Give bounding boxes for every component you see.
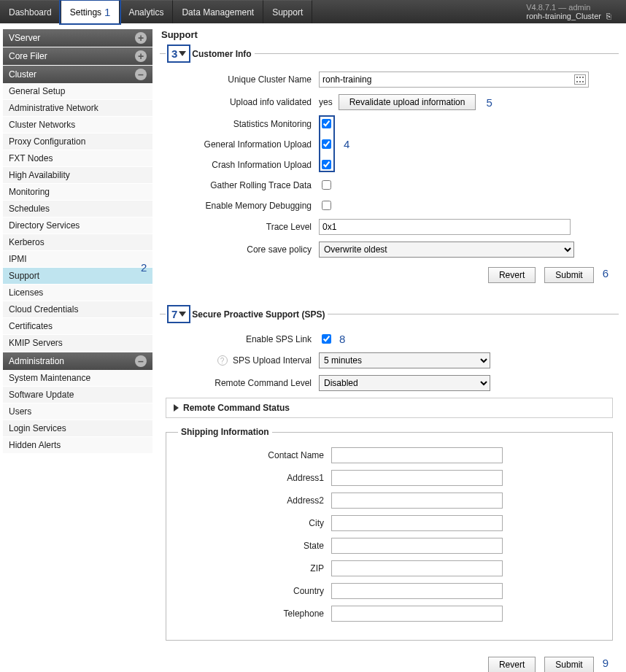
country-label: Country [178, 586, 331, 596]
sidebar-item[interactable]: Licenses [3, 285, 152, 301]
country-input[interactable] [331, 583, 503, 599]
sidebar-item[interactable]: General Setup [3, 83, 152, 100]
crash-upload-label: Crash Information Upload [166, 160, 319, 170]
phone-label: Telephone [178, 609, 331, 619]
chevron-down-icon [179, 312, 186, 317]
addr2-input[interactable] [331, 493, 503, 509]
sidebar-item[interactable]: Software Update [3, 387, 152, 403]
content: 2 Support 3 Customer Info Unique Cluster… [157, 23, 626, 672]
trace-level-input[interactable] [319, 219, 571, 235]
keyboard-icon [574, 74, 586, 85]
city-input[interactable] [331, 515, 503, 531]
callout-9: 9 [603, 657, 608, 672]
sps-interval-select[interactable]: 5 minutes [319, 352, 490, 368]
shipping-info-section: Shipping Information Contact Name Addres… [166, 427, 613, 641]
customer-revert-button[interactable]: Revert [488, 267, 536, 283]
stats-monitoring-checkbox[interactable] [322, 119, 331, 128]
sidebar-item[interactable]: KMIP Servers [3, 335, 152, 352]
contact-label: Contact Name [178, 450, 331, 460]
sps-section: 7 Secure Proactive Support (SPS) Enable … [160, 306, 619, 672]
callout-1: 1 [104, 6, 110, 18]
sidebar-item[interactable]: Proxy Configuration [3, 134, 152, 150]
sidebar-item[interactable]: System Maintenance [3, 370, 152, 387]
sidebar-item[interactable]: Users [3, 403, 152, 420]
sps-revert-button[interactable]: Revert [488, 657, 536, 672]
general-upload-checkbox[interactable] [322, 139, 331, 149]
sidebar-item-support[interactable]: Support [3, 268, 152, 285]
sidebar-item[interactable]: IPMI [3, 251, 152, 268]
sidebar-item[interactable]: Kerberos [3, 234, 152, 251]
sidebar-item[interactable]: FXT Nodes [3, 150, 152, 167]
sps-legend[interactable]: 7 Secure Proactive Support (SPS) [166, 306, 328, 322]
shipping-legend: Shipping Information [178, 427, 272, 437]
sidebar-item[interactable]: Cluster Networks [3, 117, 152, 134]
callout-6: 6 [603, 267, 608, 283]
tab-settings-label: Settings [70, 7, 101, 18]
plus-icon: + [135, 32, 147, 44]
tab-support[interactable]: Support [263, 0, 312, 23]
copy-icon[interactable]: ⎘ [606, 12, 611, 20]
callout-8: 8 [339, 333, 345, 345]
enable-sps-label: Enable SPS Link [166, 334, 319, 344]
sidebar-item[interactable]: Directory Services [3, 217, 152, 234]
city-label: City [178, 518, 331, 528]
rcl-select[interactable]: Disabled [319, 375, 490, 391]
tab-data-management[interactable]: Data Management [173, 0, 263, 23]
sidebar-item[interactable]: Cloud Credentials [3, 301, 152, 318]
stats-monitoring-label: Statistics Monitoring [166, 119, 319, 129]
sidebar-item[interactable]: Certificates [3, 318, 152, 335]
callout-5: 5 [486, 96, 492, 109]
state-label: State [178, 541, 331, 551]
cluster-name-input[interactable] [319, 72, 589, 88]
rolling-trace-label: Gather Rolling Trace Data [166, 180, 319, 190]
general-upload-label: General Information Upload [166, 139, 319, 150]
addr1-input[interactable] [331, 470, 503, 486]
page-title: Support [161, 29, 619, 40]
sps-submit-button[interactable]: Submit [544, 657, 593, 672]
crash-upload-checkbox[interactable] [322, 160, 331, 169]
trace-level-label: Trace Level [166, 222, 319, 232]
remote-command-status[interactable]: Remote Command Status [166, 398, 613, 418]
version-line: V4.8.7.1 — admin [526, 3, 611, 12]
cluster-name-label: Unique Cluster Name [166, 74, 319, 85]
sps-interval-label: ? SPS Upload Interval [166, 355, 319, 366]
top-tabs: Dashboard Settings 1 Analytics Data Mana… [0, 0, 312, 23]
sidebar-group-corefiler[interactable]: Core Filer + [3, 47, 152, 65]
revalidate-button[interactable]: Revalidate upload information [339, 94, 476, 110]
customer-info-legend[interactable]: 3 Customer Info [166, 46, 255, 61]
topbar: Dashboard Settings 1 Analytics Data Mana… [0, 0, 626, 23]
sidebar: VServer + Core Filer + Cluster – General… [0, 23, 157, 672]
plus-icon: + [135, 50, 147, 62]
minus-icon: – [135, 69, 147, 80]
topbar-info: V4.8.7.1 — admin ronh-training_Cluster ⎘ [520, 0, 626, 23]
customer-submit-button[interactable]: Submit [544, 267, 593, 283]
memdbg-label: Enable Memory Debugging [166, 201, 319, 211]
sidebar-group-cluster[interactable]: Cluster – [3, 66, 152, 83]
enable-sps-checkbox[interactable] [322, 334, 331, 344]
callout-3: 3 [171, 47, 177, 60]
state-input[interactable] [331, 538, 503, 554]
chevron-right-icon [174, 404, 179, 412]
rolling-trace-checkbox[interactable] [322, 180, 331, 190]
sidebar-item[interactable]: Administrative Network [3, 100, 152, 117]
sidebar-item[interactable]: High Availability [3, 167, 152, 184]
memdbg-checkbox[interactable] [322, 201, 331, 210]
sidebar-group-vserver[interactable]: VServer + [3, 29, 152, 47]
contact-input[interactable] [331, 447, 503, 463]
sidebar-group-admin[interactable]: Administration – [3, 352, 152, 370]
addr1-label: Address1 [178, 473, 331, 483]
tab-dashboard[interactable]: Dashboard [0, 0, 61, 23]
upload-validated-value: yes [319, 97, 333, 107]
sidebar-item[interactable]: Hidden Alerts [3, 437, 152, 454]
customer-info-section: 3 Customer Info Unique Cluster Name Uplo… [160, 46, 619, 293]
tab-settings[interactable]: Settings 1 [61, 0, 120, 23]
phone-input[interactable] [331, 606, 503, 622]
help-icon[interactable]: ? [217, 355, 228, 366]
sidebar-item[interactable]: Login Services [3, 420, 152, 437]
zip-input[interactable] [331, 560, 503, 576]
sidebar-item[interactable]: Schedules [3, 201, 152, 217]
tab-analytics[interactable]: Analytics [120, 0, 173, 23]
core-policy-select[interactable]: Overwrite oldest [319, 242, 574, 258]
callout-2: 2 [141, 261, 147, 274]
sidebar-item[interactable]: Monitoring [3, 184, 152, 201]
